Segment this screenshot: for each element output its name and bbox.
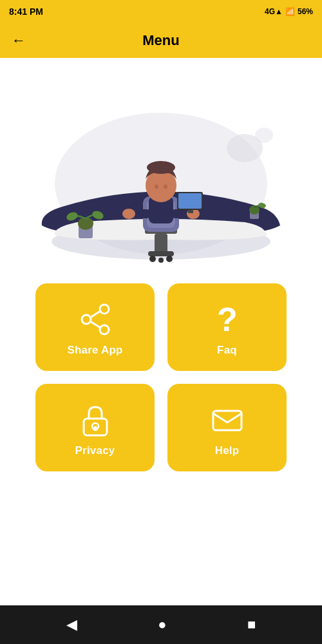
svg-point-19 (155, 185, 158, 189)
faq-button[interactable]: ? Faq (167, 283, 287, 371)
svg-line-35 (90, 321, 100, 328)
svg-point-7 (149, 256, 156, 262)
nav-back-icon[interactable]: ◀ (66, 616, 77, 633)
svg-line-34 (90, 311, 100, 317)
status-bar: 8:41 PM 4G▲ 📶 56% (0, 0, 322, 23)
signal-icon: 4G▲ (265, 7, 283, 16)
status-icons: 4G▲ 📶 56% (265, 7, 313, 16)
svg-point-33 (100, 325, 109, 334)
svg-point-31 (100, 305, 109, 314)
svg-point-20 (164, 185, 167, 189)
nav-home-icon[interactable]: ● (158, 616, 166, 633)
page-title: Menu (142, 32, 179, 49)
svg-point-15 (122, 209, 135, 219)
illustration-area (0, 58, 322, 277)
main-content: Share App ? Faq (0, 58, 322, 605)
question-icon: ? (209, 301, 245, 337)
svg-rect-22 (178, 193, 202, 209)
share-app-label: Share App (67, 344, 122, 357)
help-button[interactable]: Help (167, 384, 287, 471)
svg-text:?: ? (217, 301, 238, 337)
workspace-illustration (26, 71, 296, 264)
nav-bar: ◀ ● ■ (0, 605, 322, 644)
menu-grid: Share App ? Faq (0, 277, 322, 478)
svg-rect-39 (93, 426, 97, 431)
svg-point-29 (249, 205, 260, 214)
svg-rect-40 (213, 411, 242, 430)
share-icon (77, 301, 113, 337)
svg-rect-5 (155, 234, 167, 253)
svg-rect-23 (188, 210, 193, 213)
faq-label: Faq (217, 344, 237, 357)
mail-icon (209, 402, 245, 438)
svg-point-8 (166, 256, 173, 262)
privacy-label: Privacy (75, 444, 115, 457)
help-label: Help (215, 444, 240, 457)
svg-point-9 (158, 258, 164, 263)
privacy-button[interactable]: Privacy (35, 384, 155, 471)
svg-rect-6 (148, 251, 174, 256)
status-time: 8:41 PM (9, 6, 43, 17)
nav-recents-icon[interactable]: ■ (247, 616, 256, 633)
battery-icon: 56% (298, 7, 313, 16)
svg-point-18 (147, 161, 175, 174)
share-app-button[interactable]: Share App (35, 283, 155, 371)
back-button[interactable]: ← (12, 32, 26, 49)
svg-point-32 (82, 315, 91, 324)
svg-point-2 (255, 128, 273, 143)
header: ← Menu (0, 23, 322, 58)
lock-icon (77, 402, 113, 438)
wifi-icon: 📶 (285, 7, 295, 16)
